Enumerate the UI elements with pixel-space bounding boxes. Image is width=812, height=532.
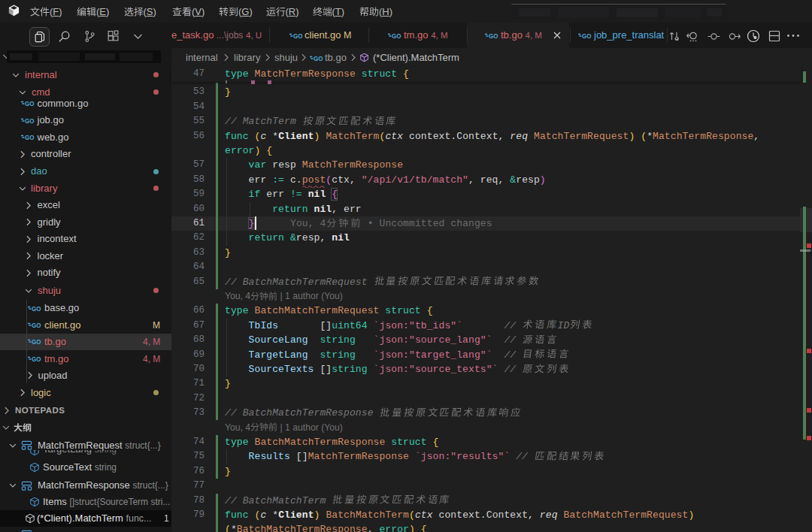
svg-text:GO: GO bbox=[32, 356, 41, 364]
svg-text:GO: GO bbox=[32, 338, 41, 346]
svg-text:GO: GO bbox=[32, 305, 41, 313]
svg-text:GO: GO bbox=[489, 32, 498, 40]
svg-text:GO: GO bbox=[25, 101, 35, 108]
svg-text:GO: GO bbox=[293, 32, 303, 40]
svg-text:GO: GO bbox=[392, 32, 401, 40]
svg-text:GO: GO bbox=[25, 135, 35, 142]
svg-text:GO: GO bbox=[32, 322, 41, 330]
svg-text:GO: GO bbox=[25, 117, 35, 125]
svg-text:GO: GO bbox=[314, 55, 323, 62]
svg-text:GO: GO bbox=[582, 32, 592, 40]
